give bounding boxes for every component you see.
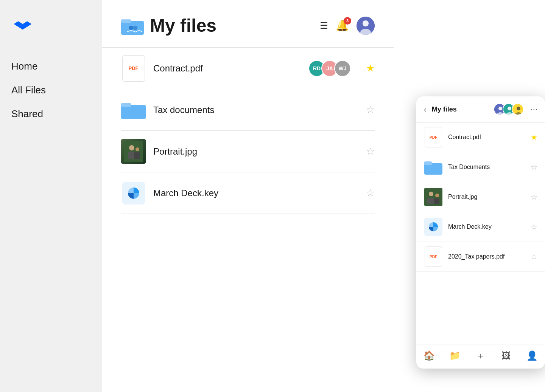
file-name: Tax documents	[153, 105, 252, 115]
mobile-panel: ‹ My files ··· PDF C	[416, 96, 545, 369]
svg-rect-2	[121, 19, 131, 23]
panel-header: ‹ My files ···	[416, 96, 545, 122]
page-header: My files ☰ 🔔 3	[121, 15, 375, 36]
file-list: PDF Contract.pdf RD JA WJ ★ Tax	[121, 48, 375, 214]
svg-point-20	[508, 107, 511, 110]
svg-rect-8	[121, 105, 146, 119]
table-row: March Deck.key ☆	[121, 172, 375, 214]
panel-nav-add[interactable]: ＋	[468, 350, 494, 362]
page-title: My files	[150, 15, 216, 36]
panel-nav-files[interactable]: 📁	[442, 350, 468, 362]
panel-nav-home[interactable]: 🏠	[416, 350, 442, 362]
folder-icon-header	[121, 16, 144, 36]
svg-point-23	[517, 107, 520, 110]
star-button[interactable]: ☆	[366, 104, 375, 116]
nav-all-files[interactable]: All Files	[11, 82, 91, 98]
svg-point-4	[133, 25, 138, 30]
file-icon-pdf: PDF	[121, 56, 146, 81]
svg-rect-29	[427, 198, 434, 204]
svg-point-30	[435, 194, 439, 197]
header-left: My files	[121, 15, 216, 36]
svg-point-6	[363, 20, 369, 26]
svg-rect-26	[424, 161, 432, 165]
file-icon-folder	[121, 98, 146, 122]
list-item[interactable]: PDF 2020_Tax papers.pdf ☆	[416, 242, 545, 272]
p-star-button[interactable]: ☆	[531, 222, 537, 231]
file-name: Contract.pdf	[153, 63, 301, 74]
user-avatar[interactable]	[357, 17, 375, 35]
panel-more-button[interactable]: ···	[531, 104, 537, 114]
p-star-button[interactable]: ☆	[531, 192, 537, 201]
main-nav: Home All Files Shared	[11, 58, 91, 130]
list-item[interactable]: Portrait.jpg ☆	[416, 182, 545, 212]
file-icon-image	[121, 139, 146, 164]
avatar-wj: WJ	[334, 60, 351, 77]
p-thumbnail	[424, 188, 442, 206]
list-item[interactable]: PDF Contract.pdf ★	[416, 122, 545, 152]
p-star-button[interactable]: ★	[531, 133, 537, 142]
file-avatars: RD JA WJ	[308, 60, 351, 77]
svg-point-28	[429, 192, 433, 196]
panel-back-button[interactable]: ‹	[424, 105, 427, 114]
panel-avatars	[494, 103, 524, 115]
p-file-name: 2020_Tax papers.pdf	[448, 253, 525, 260]
table-row: Tax documents ☆	[121, 89, 375, 131]
svg-point-17	[498, 107, 502, 110]
svg-rect-9	[121, 103, 131, 107]
p-icon-image	[424, 187, 443, 206]
list-item[interactable]: March Deck.key ☆	[416, 212, 545, 242]
panel-file-list: PDF Contract.pdf ★ Tax Documents ☆	[416, 122, 545, 344]
p-file-name: Tax Documents	[448, 164, 525, 170]
p-pdf-icon2: PDF	[425, 246, 442, 267]
p-icon-pdf2: PDF	[424, 247, 443, 266]
table-row: PDF Contract.pdf RD JA WJ ★	[121, 48, 375, 89]
p-pdf-icon: PDF	[425, 127, 442, 147]
svg-point-11	[129, 145, 134, 150]
p-file-name: Portrait.jpg	[448, 194, 525, 200]
bell-badge: 3	[344, 17, 351, 25]
p-icon-keynote	[424, 217, 443, 236]
star-button[interactable]: ☆	[366, 187, 375, 199]
header-right: ☰ 🔔 3	[320, 17, 375, 35]
star-button[interactable]: ★	[366, 62, 375, 74]
panel-avatar-3	[512, 103, 524, 115]
panel-nav-profile[interactable]: 👤	[519, 350, 545, 362]
p-file-name: Contract.pdf	[448, 134, 525, 141]
folder-icon	[121, 99, 146, 120]
file-icon-keynote	[121, 181, 146, 205]
table-row: Portrait.jpg ☆	[121, 131, 375, 172]
svg-rect-14	[134, 152, 140, 159]
menu-icon[interactable]: ☰	[320, 20, 328, 31]
p-folder-icon	[424, 160, 442, 175]
panel-nav-photo[interactable]: 🖼	[494, 350, 519, 362]
panel-bottom-nav: 🏠 📁 ＋ 🖼 👤	[416, 344, 545, 369]
list-item[interactable]: Tax Documents ☆	[416, 152, 545, 182]
keynote-icon	[122, 182, 145, 205]
p-keynote-icon	[424, 218, 442, 236]
svg-rect-31	[434, 198, 439, 204]
file-name: March Deck.key	[153, 188, 252, 198]
svg-point-3	[129, 25, 133, 30]
p-star-button[interactable]: ☆	[531, 252, 537, 261]
nav-home[interactable]: Home	[11, 58, 91, 74]
p-file-name: March Deck.key	[448, 223, 525, 230]
sidebar: Home All Files Shared	[0, 0, 102, 392]
file-name: Portrait.jpg	[153, 146, 252, 157]
p-icon-pdf: PDF	[424, 128, 443, 147]
star-button[interactable]: ☆	[366, 146, 375, 157]
bell-button[interactable]: 🔔 3	[336, 19, 349, 32]
svg-point-13	[135, 147, 139, 151]
p-star-button[interactable]: ☆	[531, 163, 537, 172]
pdf-icon: PDF	[122, 55, 145, 82]
portrait-thumbnail	[121, 139, 146, 164]
nav-shared[interactable]: Shared	[11, 106, 91, 122]
panel-title: My files	[432, 105, 490, 113]
dropbox-logo	[11, 15, 91, 36]
p-icon-folder	[424, 158, 443, 177]
